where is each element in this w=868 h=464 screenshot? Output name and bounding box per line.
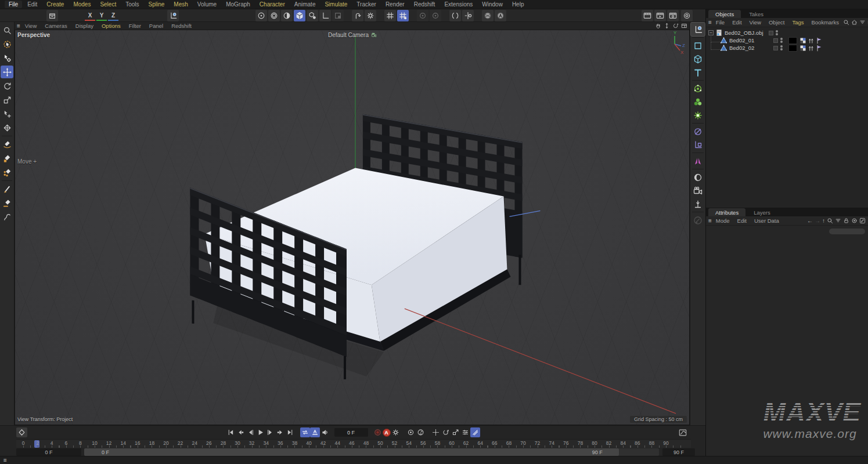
menu-select[interactable]: Select [96,1,120,8]
range-end-field[interactable]: 90 F [662,448,695,456]
shading-gouraud[interactable] [294,10,305,21]
viewport-hamburger-icon[interactable]: ≡ [17,23,20,29]
sound-button[interactable] [320,427,330,437]
field-object-icon[interactable] [691,125,705,138]
brush-tool-icon[interactable] [1,183,13,195]
render-settings[interactable] [667,10,679,21]
deformer-icon[interactable] [691,108,705,122]
current-frame-field[interactable]: 0 F [334,428,368,437]
menu-simulate[interactable]: Simulate [320,1,351,8]
timeline-ruler[interactable]: 0246810121416182022242628303234363840424… [16,439,691,448]
keyframe-settings-button[interactable] [391,427,401,437]
vp-menu-options[interactable]: Options [98,23,124,29]
menu-spline[interactable]: Spline [145,1,169,8]
menu-render[interactable]: Render [381,1,409,8]
uvw-tag-icon[interactable] [808,45,815,52]
render-picture-viewer[interactable] [654,10,666,21]
playback-rate-button[interactable] [416,427,426,437]
transform-icon[interactable] [1,121,13,134]
om-tab-takes[interactable]: Takes [742,10,770,18]
axis-center[interactable] [417,10,428,21]
spline-smooth-icon[interactable] [1,152,13,165]
axis-workplane-icon[interactable] [691,23,705,36]
am-hamburger-icon[interactable]: ≡ [708,217,712,224]
om-filter-icon[interactable] [859,19,866,26]
am-menu-mode[interactable]: Mode [712,217,733,224]
content-browser[interactable] [46,10,58,21]
am-back-icon[interactable]: ← [807,217,813,224]
visibility-dots[interactable] [776,30,778,35]
key-rotation-button[interactable] [441,427,451,437]
move-tool-icon[interactable] [1,66,13,78]
material-swatch[interactable] [788,45,797,52]
autokey-range-button[interactable] [310,427,320,437]
axis-toggle-z[interactable]: Z [108,10,118,21]
keyframe-selection-button[interactable] [406,427,416,437]
am-filter-icon[interactable] [835,217,841,224]
layer-toggle[interactable] [773,46,778,50]
phong-tag-icon[interactable] [816,37,823,44]
material-swatch[interactable] [788,37,797,44]
redshift-renderer[interactable] [681,10,693,21]
modeling-settings[interactable] [365,10,376,21]
om-home-icon[interactable] [851,19,858,26]
volume-icon[interactable] [691,171,705,184]
text-object-icon[interactable] [691,66,705,79]
search-commands-icon[interactable] [1,24,13,37]
menu-character[interactable]: Character [255,1,289,8]
render-view[interactable] [642,10,653,21]
dolly-view-icon[interactable] [664,23,670,29]
menu-extensions[interactable]: Extensions [440,1,477,8]
visibility-dots[interactable] [780,45,783,50]
selection-options-icon[interactable] [1,52,13,64]
layer-toggle[interactable] [773,38,778,43]
key-pla-button[interactable] [470,427,480,437]
line-cut-icon[interactable] [1,197,13,209]
menu-redshift[interactable]: Redshift [410,1,440,8]
next-frame-button[interactable] [265,427,275,437]
vp-menu-redshift[interactable]: Redshift [168,23,195,29]
am-edit-icon[interactable] [859,217,866,224]
grid-toggle[interactable] [384,10,396,21]
object-row-bed02_02[interactable]: Bed02_02 [706,44,868,52]
pan-view-icon[interactable] [655,23,661,29]
workplane-axis[interactable] [319,10,331,21]
uvw-tag-icon[interactable] [808,37,815,44]
visibility-dots[interactable] [780,38,783,43]
am-tab-attributes[interactable]: Attributes [708,208,745,216]
shading-hidden-line[interactable] [281,10,293,21]
mirror-tool[interactable] [449,10,461,21]
camera-label[interactable]: Default Camera [328,32,376,38]
vp-menu-cameras[interactable]: Cameras [41,23,71,29]
vp-menu-display[interactable]: Display [72,23,97,29]
am-search-icon[interactable] [827,217,833,224]
orbit-view-icon[interactable] [672,23,679,29]
sketch-tool-icon[interactable] [1,211,13,223]
alembic-bake[interactable] [495,10,506,21]
axis-modify[interactable] [430,10,441,21]
axis-toggle-y[interactable]: Y [96,10,107,21]
vp-menu-filter[interactable]: Filter [125,23,145,29]
shading-wireframe[interactable] [255,10,267,21]
generator-icon[interactable] [691,82,705,95]
live-selection-icon[interactable] [1,38,13,50]
coordinate-system[interactable] [167,10,179,21]
shading-isoparm[interactable] [268,10,280,21]
stage-light-icon[interactable] [691,197,705,211]
guide-object-icon[interactable] [691,138,705,151]
am-up-icon[interactable]: ↑ [822,217,825,224]
menu-modes[interactable]: Modes [69,1,95,8]
menu-file[interactable]: File [5,1,22,8]
axis-toggle-x[interactable]: X [85,10,95,21]
keyframe-diamond-button[interactable] [16,427,27,437]
vp-menu-view[interactable]: View [21,23,40,29]
am-menu-edit[interactable]: Edit [734,217,750,224]
am-tab-layers[interactable]: Layers [747,208,777,216]
menu-mesh[interactable]: Mesh [170,1,192,8]
viewport-canvas[interactable]: YZX Perspective Default Camera Move + Vi… [15,30,690,425]
snap-move-icon[interactable] [1,107,13,120]
spline-primitive-icon[interactable] [691,39,705,52]
om-tab-objects[interactable]: Objects [708,10,741,18]
menu-animate[interactable]: Animate [290,1,320,8]
range-slider[interactable]: 0 F 90 F [84,448,659,456]
